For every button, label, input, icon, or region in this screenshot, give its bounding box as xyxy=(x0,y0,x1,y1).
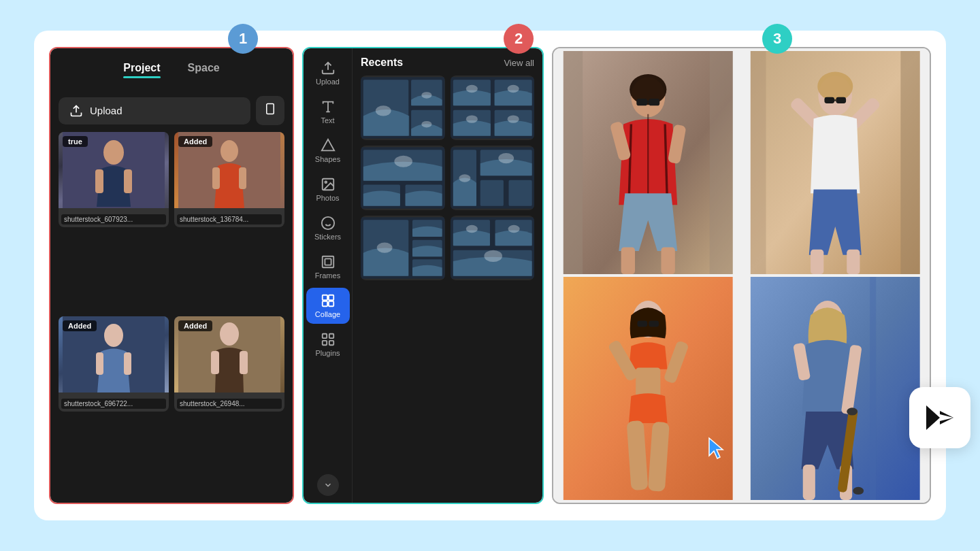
svg-rect-81 xyxy=(564,51,583,274)
plugins-nav-icon xyxy=(321,332,336,347)
step-badge-1: 1 xyxy=(228,24,258,54)
main-container: 1 2 3 Project Space Upload xyxy=(34,31,946,520)
svg-rect-97 xyxy=(900,51,919,274)
nav-upload[interactable]: Upload xyxy=(306,55,350,91)
nav-expand-button[interactable] xyxy=(317,474,339,496)
svg-rect-119 xyxy=(802,465,815,500)
collage-template-3[interactable] xyxy=(361,146,445,210)
nav-frames-label: Frames xyxy=(315,271,340,280)
photo-fashion-1 xyxy=(556,51,740,274)
svg-point-50 xyxy=(466,85,477,93)
photo-item-2 xyxy=(743,51,928,274)
svg-rect-32 xyxy=(322,301,327,306)
view-all-button[interactable]: View all xyxy=(504,58,534,68)
svg-rect-117 xyxy=(870,277,876,500)
svg-point-8 xyxy=(220,140,238,162)
nav-stickers[interactable]: Stickers xyxy=(306,210,350,246)
text-nav-icon xyxy=(321,99,336,114)
svg-rect-35 xyxy=(329,334,333,338)
svg-marker-22 xyxy=(321,139,333,151)
collage-template-6[interactable] xyxy=(451,216,535,280)
image-card-1[interactable]: true shutterstock_607923... xyxy=(59,132,169,227)
nav-plugins-label: Plugins xyxy=(315,349,340,357)
image-label-4: shutterstock_26948... xyxy=(177,399,282,409)
photo-fashion-3 xyxy=(556,277,740,500)
photos-nav-icon xyxy=(321,177,336,192)
template-6-preview xyxy=(451,216,535,280)
capcut-logo-icon xyxy=(921,399,959,437)
nav-collage-label: Collage xyxy=(315,310,340,318)
svg-point-25 xyxy=(321,217,333,229)
panel-1: Project Space Upload xyxy=(50,48,293,503)
nav-shapes[interactable]: Shapes xyxy=(306,133,350,169)
svg-point-44 xyxy=(421,121,431,128)
phone-button[interactable] xyxy=(256,96,284,125)
svg-point-51 xyxy=(507,85,519,93)
svg-rect-92 xyxy=(636,99,647,105)
recents-title: Recents xyxy=(361,56,403,69)
svg-point-43 xyxy=(421,92,431,99)
added-badge-1: true xyxy=(63,136,88,147)
upload-button[interactable]: Upload xyxy=(59,97,250,124)
nav-collage[interactable]: Collage xyxy=(306,288,350,324)
images-grid: true shutterstock_607923... Added xyxy=(59,132,284,495)
svg-point-58 xyxy=(394,156,412,167)
shapes-nav-icon xyxy=(321,138,336,153)
svg-point-84 xyxy=(630,74,666,105)
template-2-preview xyxy=(451,76,535,140)
svg-rect-17 xyxy=(211,351,219,374)
app-logo xyxy=(909,387,970,448)
nav-photos[interactable]: Photos xyxy=(306,171,350,207)
panel-3-wrapper xyxy=(552,47,931,504)
panel-3 xyxy=(553,48,930,503)
chevron-down-icon xyxy=(323,480,333,490)
svg-point-12 xyxy=(104,324,123,347)
collage-template-5[interactable] xyxy=(361,216,445,280)
stickers-nav-icon xyxy=(321,216,336,231)
nav-plugins[interactable]: Plugins xyxy=(306,327,350,363)
template-1-preview xyxy=(361,76,445,140)
nav-photos-label: Photos xyxy=(316,194,339,202)
svg-rect-13 xyxy=(96,352,103,375)
collage-templates-grid xyxy=(361,76,534,280)
svg-rect-29 xyxy=(325,258,331,265)
collage-template-1[interactable] xyxy=(361,76,445,140)
added-badge-3: Added xyxy=(63,320,97,331)
step-badge-2: 2 xyxy=(504,24,534,54)
added-badge-4: Added xyxy=(178,320,212,331)
nav-text[interactable]: Text xyxy=(306,94,350,130)
upload-icon xyxy=(69,104,83,118)
photo-fashion-4 xyxy=(743,277,928,500)
template-4-preview xyxy=(451,146,535,210)
svg-point-24 xyxy=(325,181,327,183)
collage-template-2[interactable] xyxy=(451,76,535,140)
upload-nav-icon xyxy=(321,61,336,76)
photo-fashion-2 xyxy=(743,51,928,274)
image-card-2[interactable]: Added shutterstock_136784... xyxy=(174,132,284,227)
image-card-3[interactable]: Added shutterstock_696722... xyxy=(59,316,169,412)
panel-2-wrapper: Upload Text Shapes xyxy=(302,47,544,504)
svg-rect-105 xyxy=(836,97,846,103)
tab-project[interactable]: Project xyxy=(123,62,160,81)
nav-frames[interactable]: Frames xyxy=(306,249,350,285)
nav-upload-label: Upload xyxy=(316,78,340,86)
svg-rect-104 xyxy=(824,97,834,103)
collage-template-4[interactable] xyxy=(451,146,535,210)
svg-point-99 xyxy=(817,72,853,101)
svg-rect-9 xyxy=(212,167,220,189)
svg-rect-28 xyxy=(322,256,333,268)
tab-space[interactable]: Space xyxy=(188,62,220,81)
collage-content: Recents View all xyxy=(353,48,542,503)
svg-rect-62 xyxy=(480,180,503,206)
svg-point-42 xyxy=(376,105,391,116)
svg-rect-33 xyxy=(328,301,333,306)
svg-rect-37 xyxy=(322,341,326,345)
phone-icon xyxy=(264,103,276,115)
svg-point-124 xyxy=(847,407,858,415)
step-badge-3: 3 xyxy=(762,24,792,54)
svg-rect-114 xyxy=(637,320,647,327)
image-card-4[interactable]: Added shutterstock_26948... xyxy=(174,316,284,412)
upload-row: Upload xyxy=(59,96,284,125)
photo-item-3 xyxy=(556,277,740,500)
frames-nav-icon xyxy=(321,254,336,269)
